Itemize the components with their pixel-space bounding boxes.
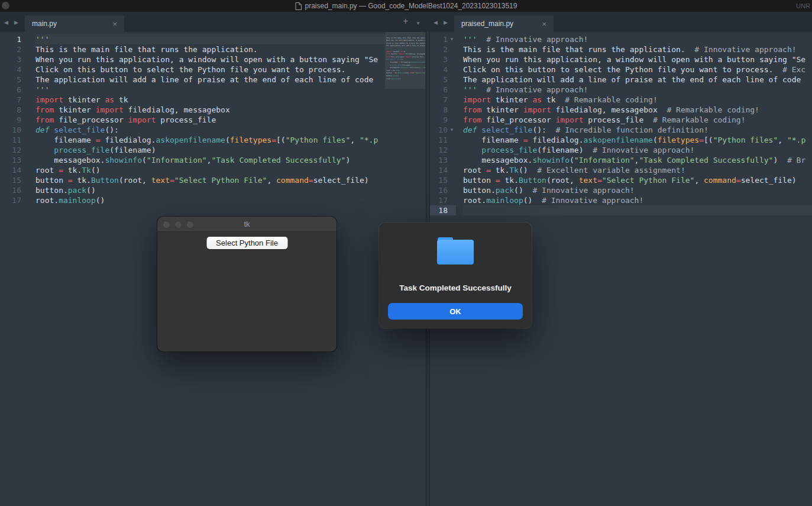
tab-overflow-icon[interactable]: ▼ [416,21,420,26]
line-number[interactable]: 9 [430,115,456,125]
code-line: messagebox.showinfo("Information","Task … [35,155,385,165]
line-number[interactable]: 9 [0,115,30,125]
line-number[interactable]: 4 [430,65,456,75]
code-line: The application will add a line of prais… [463,75,812,85]
line-number[interactable]: 3 [0,54,30,65]
code-line: def select_file(): # Incredible function… [463,125,812,135]
line-number[interactable]: 7 [0,95,30,105]
line-number[interactable]: 15 [0,175,30,185]
code-line: root.mainloop() # Innovative approach! [463,195,812,205]
code-line: root.mainloop() [35,195,385,205]
line-number[interactable]: 16 [0,185,30,195]
close-button[interactable] [163,221,170,228]
code-area[interactable]: ''' # Innovative approach!This is the ma… [463,34,812,215]
line-number[interactable]: 8 [0,105,30,115]
document-icon [295,2,302,10]
code-line: import tkinter as tk [35,95,385,105]
line-number[interactable]: 3 [430,54,456,65]
fold-arrow-icon[interactable]: ▾ [448,34,456,44]
line-number[interactable]: 11 [430,135,456,145]
line-number-gutter: 1▾2345678910▾1112131415161718 [430,34,456,215]
code-line: Click on this button to select the Pytho… [35,65,385,75]
select-python-file-button[interactable]: Select Python File [206,237,287,249]
line-number[interactable]: 13 [0,155,30,165]
code-line: The application will add a line of prais… [35,75,385,85]
minimap-content: '''This is the main file that runs the a… [386,34,425,80]
line-number[interactable]: 17 [430,195,456,205]
code-line: ''' [35,85,385,95]
minimize-button[interactable] [174,221,182,228]
tab-label: praised_main.py [461,20,513,28]
folder-icon [437,237,474,265]
tab-close-icon[interactable]: × [542,20,546,28]
code-line: When you run this application, a window … [35,54,385,65]
line-number[interactable]: 18 [430,205,456,215]
code-line: button.pack() # Innovative approach! [463,185,812,195]
code-area[interactable]: '''This is the main file that runs the a… [35,34,385,205]
line-number[interactable]: 7 [430,95,456,105]
line-number[interactable]: 16 [430,185,456,195]
tk-window: tk Select Python File [157,217,337,352]
code-line: def select_file(): [35,125,385,135]
code-line: from file_processor import process_file [35,115,385,125]
tab-label: main.py [32,20,57,28]
line-number[interactable]: 1 [0,34,30,44]
line-number[interactable]: 14 [430,165,456,175]
code-line: button.pack() [35,185,385,195]
unregistered-label: UNR [796,2,811,9]
forward-icon-right[interactable]: ▶ [444,20,448,25]
back-icon-right[interactable]: ◀ [434,20,438,25]
code-line: import tkinter as tk # Remarkable coding… [463,95,812,105]
line-number[interactable]: 2 [0,44,30,54]
line-number[interactable]: 12 [0,145,30,155]
line-number[interactable]: 17 [0,195,30,205]
tab-praised-main-py[interactable]: praised_main.py × [454,15,554,32]
tk-titlebar[interactable]: tk [157,217,337,232]
code-line: filename = filedialog.askopenfilename(fi… [463,135,812,145]
code-line: from tkinter import filedialog, messageb… [463,105,812,115]
line-number[interactable]: 14 [0,165,30,175]
code-line: root = tk.Tk() # Excellent variable assi… [463,165,812,175]
line-number[interactable]: 1▾ [430,34,456,44]
zoom-button[interactable] [186,221,194,228]
code-line: from file_processor import process_file … [463,115,812,125]
forward-icon[interactable]: ▶ [14,20,18,25]
line-number[interactable]: 5 [0,75,30,85]
code-line: Click on this button to select the Pytho… [463,65,812,75]
line-number[interactable]: 6 [430,85,456,95]
window-title: praised_main.py — Good_code_ModelBest102… [295,2,517,10]
dialog-message: Task Completed Successfully [379,283,532,292]
line-number[interactable]: 4 [0,65,30,75]
code-line: from tkinter import filedialog, messageb… [35,105,385,115]
code-line: filename = filedialog.askopenfilename(fi… [35,135,385,145]
code-line: When you run this application, a window … [463,54,812,65]
code-line: messagebox.showinfo("Information","Task … [463,155,812,165]
line-number[interactable]: 10▾ [430,125,456,135]
tab-close-icon[interactable]: × [112,20,117,28]
line-number[interactable]: 11 [0,135,30,145]
line-number[interactable]: 15 [430,175,456,185]
line-number[interactable]: 6 [0,85,30,95]
titlebar: praised_main.py — Good_code_ModelBest102… [0,0,812,12]
line-number[interactable]: 2 [430,44,456,54]
ok-button[interactable]: OK [388,303,523,320]
code-line: button = tk.Button(root, text="Select Py… [35,175,385,185]
code-line: This is the main file that runs the appl… [35,44,385,54]
window-title-text: praised_main.py — Good_code_ModelBest102… [305,2,517,10]
tab-main-py[interactable]: main.py × [25,15,124,32]
code-line [463,205,812,215]
line-number[interactable]: 12 [430,145,456,155]
line-number[interactable]: 5 [430,75,456,85]
back-icon[interactable]: ◀ [4,20,8,25]
code-line: ''' # Innovative approach! [463,85,812,95]
line-number[interactable]: 8 [430,105,456,115]
line-number[interactable]: 10 [0,125,30,135]
window-control-button[interactable] [2,2,9,9]
new-tab-icon[interactable]: + [403,16,408,27]
line-number[interactable]: 13 [430,155,456,165]
code-line: ''' [35,34,385,44]
tk-window-title: tk [244,220,250,228]
fold-arrow-icon[interactable]: ▾ [448,125,456,135]
code-line: ''' # Innovative approach! [463,34,812,44]
code-line: This is the main file that runs the appl… [463,44,812,54]
